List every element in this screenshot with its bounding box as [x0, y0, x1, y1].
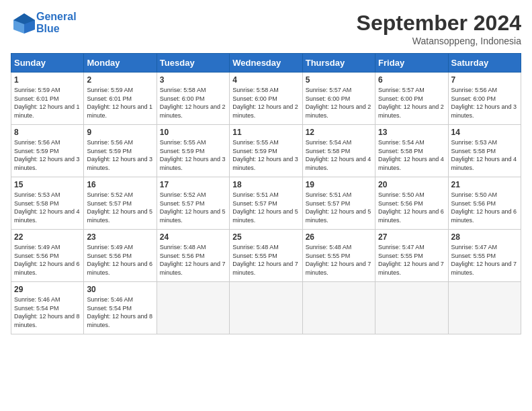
table-row: 20Sunrise: 5:50 AMSunset: 5:56 PMDayligh…	[375, 177, 448, 230]
logo-general: General	[36, 11, 77, 23]
table-row	[448, 282, 521, 334]
table-row: 28Sunrise: 5:47 AMSunset: 5:55 PMDayligh…	[448, 230, 521, 282]
table-row: 21Sunrise: 5:50 AMSunset: 5:56 PMDayligh…	[448, 177, 521, 230]
table-row: 1Sunrise: 5:59 AMSunset: 6:01 PMDaylight…	[11, 73, 84, 125]
table-row: 26Sunrise: 5:48 AMSunset: 5:55 PMDayligh…	[302, 230, 375, 282]
table-row: 13Sunrise: 5:54 AMSunset: 5:58 PMDayligh…	[375, 125, 448, 177]
header-thursday: Thursday	[302, 54, 375, 73]
table-row: 2Sunrise: 5:59 AMSunset: 6:01 PMDaylight…	[84, 73, 157, 125]
header-sunday: Sunday	[11, 54, 84, 73]
table-row: 5Sunrise: 5:57 AMSunset: 6:00 PMDaylight…	[302, 73, 375, 125]
table-row: 15Sunrise: 5:53 AMSunset: 5:58 PMDayligh…	[11, 177, 84, 230]
table-row: 24Sunrise: 5:48 AMSunset: 5:56 PMDayligh…	[157, 230, 229, 282]
logo: General Blue	[11, 11, 77, 36]
calendar-table: Sunday Monday Tuesday Wednesday Thursday…	[11, 53, 521, 334]
table-row: 4Sunrise: 5:58 AMSunset: 6:00 PMDaylight…	[230, 73, 302, 125]
table-row: 12Sunrise: 5:54 AMSunset: 5:58 PMDayligh…	[302, 125, 375, 177]
table-row	[302, 282, 375, 334]
title-block: September 2024 Watansoppeng, Indonesia	[357, 11, 521, 46]
calendar-header-row: Sunday Monday Tuesday Wednesday Thursday…	[11, 54, 521, 73]
table-row	[230, 282, 302, 334]
table-row: 9Sunrise: 5:56 AMSunset: 5:59 PMDaylight…	[84, 125, 157, 177]
table-row: 8Sunrise: 5:56 AMSunset: 5:59 PMDaylight…	[11, 125, 84, 177]
location: Watansoppeng, Indonesia	[357, 36, 521, 46]
logo-blue: Blue	[36, 23, 77, 35]
header-friday: Friday	[375, 54, 448, 73]
table-row: 19Sunrise: 5:51 AMSunset: 5:57 PMDayligh…	[302, 177, 375, 230]
header-saturday: Saturday	[448, 54, 521, 73]
table-row: 6Sunrise: 5:57 AMSunset: 6:00 PMDaylight…	[375, 73, 448, 125]
table-row: 18Sunrise: 5:51 AMSunset: 5:57 PMDayligh…	[230, 177, 302, 230]
table-row	[157, 282, 229, 334]
table-row: 30Sunrise: 5:46 AMSunset: 5:54 PMDayligh…	[84, 282, 157, 334]
month-title: September 2024	[357, 11, 521, 36]
table-row: 25Sunrise: 5:48 AMSunset: 5:55 PMDayligh…	[230, 230, 302, 282]
table-row: 17Sunrise: 5:52 AMSunset: 5:57 PMDayligh…	[157, 177, 229, 230]
table-row: 14Sunrise: 5:53 AMSunset: 5:58 PMDayligh…	[448, 125, 521, 177]
header-tuesday: Tuesday	[157, 54, 229, 73]
header-wednesday: Wednesday	[230, 54, 302, 73]
table-row: 16Sunrise: 5:52 AMSunset: 5:57 PMDayligh…	[84, 177, 157, 230]
table-row	[375, 282, 448, 334]
page-header: General Blue September 2024 Watansoppeng…	[11, 11, 521, 46]
table-row: 27Sunrise: 5:47 AMSunset: 5:55 PMDayligh…	[375, 230, 448, 282]
logo-icon	[11, 11, 35, 35]
table-row: 22Sunrise: 5:49 AMSunset: 5:56 PMDayligh…	[11, 230, 84, 282]
table-row: 10Sunrise: 5:55 AMSunset: 5:59 PMDayligh…	[157, 125, 229, 177]
table-row: 23Sunrise: 5:49 AMSunset: 5:56 PMDayligh…	[84, 230, 157, 282]
table-row: 11Sunrise: 5:55 AMSunset: 5:59 PMDayligh…	[230, 125, 302, 177]
table-row: 7Sunrise: 5:56 AMSunset: 6:00 PMDaylight…	[448, 73, 521, 125]
table-row: 29Sunrise: 5:46 AMSunset: 5:54 PMDayligh…	[11, 282, 84, 334]
table-row: 3Sunrise: 5:58 AMSunset: 6:00 PMDaylight…	[157, 73, 229, 125]
header-monday: Monday	[84, 54, 157, 73]
